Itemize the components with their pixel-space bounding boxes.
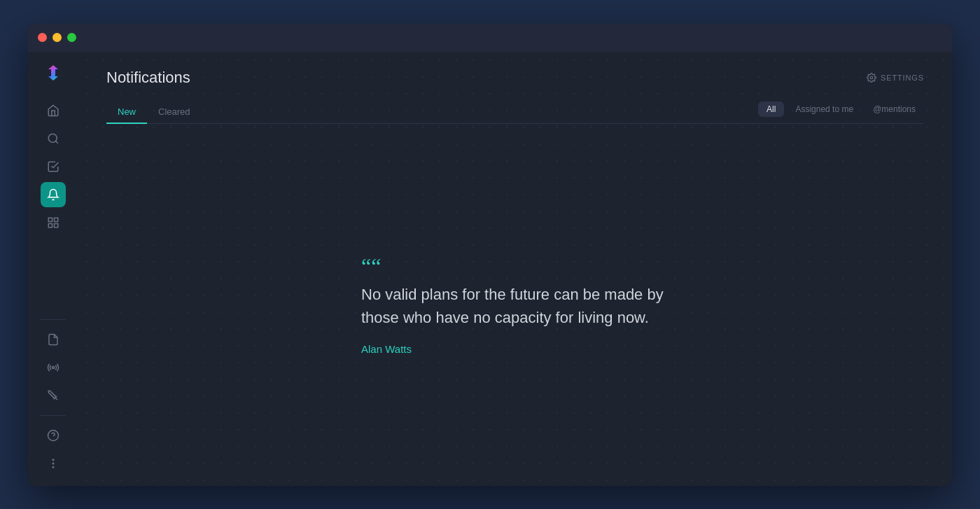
content-header: Notifications SETTINGS New Cleared — [78, 52, 952, 124]
sidebar-item-notifications[interactable] — [41, 182, 66, 207]
svg-rect-2 — [48, 218, 52, 221]
page-title-row: Notifications SETTINGS — [106, 69, 924, 87]
sidebar-item-docs[interactable] — [41, 327, 66, 352]
quote-text: No valid plans for the future can be mad… — [361, 283, 669, 329]
svg-point-14 — [870, 76, 873, 79]
titlebar — [28, 24, 952, 52]
sidebar-item-help[interactable] — [41, 423, 66, 448]
sidebar-divider — [41, 319, 66, 320]
svg-point-13 — [52, 466, 54, 468]
filter-assigned[interactable]: Assigned to me — [787, 102, 862, 117]
sidebar-item-pulse[interactable] — [41, 355, 66, 380]
gear-icon — [867, 73, 876, 83]
settings-label: SETTINGS — [881, 74, 924, 82]
sidebar-item-widgets[interactable] — [41, 210, 66, 235]
sidebar-item-goals[interactable] — [41, 383, 66, 408]
sidebar-item-more[interactable] — [41, 451, 66, 476]
sidebar-item-tasks[interactable] — [41, 154, 66, 179]
main-content: Notifications SETTINGS New Cleared — [78, 52, 952, 486]
app-logo[interactable] — [41, 60, 66, 85]
svg-line-8 — [55, 398, 57, 400]
svg-line-1 — [55, 141, 57, 143]
quote-author: Alan Watts — [361, 343, 669, 355]
svg-point-6 — [52, 366, 55, 368]
sidebar — [28, 52, 78, 486]
filter-mentions[interactable]: @mentions — [864, 102, 924, 117]
empty-state: ““ No valid plans for the future can be … — [78, 124, 952, 486]
svg-point-0 — [48, 134, 57, 142]
svg-rect-5 — [48, 223, 52, 227]
minimize-button[interactable] — [52, 33, 62, 42]
close-button[interactable] — [38, 33, 47, 42]
tabs-right: All Assigned to me @mentions — [758, 102, 924, 123]
tab-new[interactable]: New — [106, 101, 147, 124]
quote-marks: ““ — [361, 255, 669, 277]
filter-all[interactable]: All — [758, 102, 784, 117]
svg-point-12 — [52, 463, 54, 464]
tabs-left: New Cleared — [106, 101, 202, 123]
traffic-lights — [38, 33, 76, 42]
settings-link[interactable]: SETTINGS — [867, 73, 924, 83]
svg-rect-3 — [55, 218, 58, 221]
maximize-button[interactable] — [67, 33, 76, 42]
sidebar-item-home[interactable] — [41, 98, 66, 123]
page-title: Notifications — [106, 69, 190, 87]
svg-point-11 — [52, 459, 54, 461]
app-body: Notifications SETTINGS New Cleared — [28, 52, 952, 486]
app-window: Notifications SETTINGS New Cleared — [28, 24, 952, 486]
svg-rect-4 — [55, 223, 58, 227]
sidebar-divider-2 — [41, 415, 66, 416]
tab-cleared[interactable]: Cleared — [147, 101, 202, 124]
sidebar-item-search[interactable] — [41, 126, 66, 151]
quote-container: ““ No valid plans for the future can be … — [361, 255, 669, 355]
tabs-row: New Cleared All Assigned to me @mentions — [106, 101, 924, 124]
